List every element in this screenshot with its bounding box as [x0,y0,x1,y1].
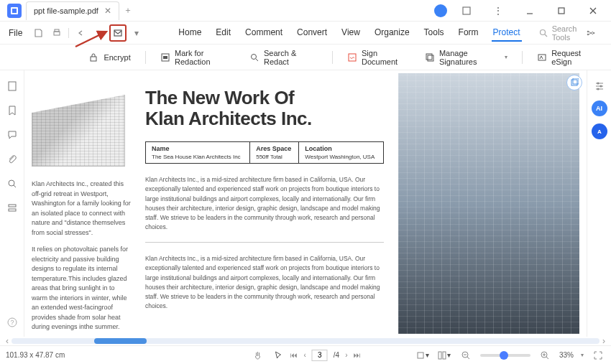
tab-tools[interactable]: Tools [423,24,446,42]
tab-home[interactable]: Home [177,24,203,42]
search-redact-button[interactable]: Search & Redact [249,49,318,66]
side-paragraph-1: Klan Architects Inc., created this off-g… [32,179,131,238]
svg-point-26 [9,180,14,186]
sign-document-button[interactable]: Sign Document [347,49,410,66]
tab-title: ppt file-sample.pdf [34,6,98,15]
encrypt-button[interactable]: Encrypt [88,52,130,63]
page-content: Klan Architects Inc., created this off-g… [32,73,579,334]
tab-convert[interactable]: Convert [295,24,329,42]
tab-edit[interactable]: Edit [214,24,232,42]
svg-line-20 [256,59,258,61]
architecture-image-left [32,95,125,167]
more-icon[interactable]: ⋮ [486,1,510,21]
page-number-input[interactable] [312,350,328,361]
thumbnails-icon[interactable] [5,79,19,93]
redo-icon[interactable] [91,24,108,42]
quick-access-dropdown-icon[interactable]: ▾ [128,24,145,42]
svg-point-39 [597,88,599,90]
share-icon[interactable] [582,24,599,42]
statusbar: 101.93 x 47.87 cm ⏮ ‹ /4 › ⏭ ▾ ▾ 33%▾ [0,345,611,364]
zoom-thumb[interactable] [500,351,508,360]
zoom-out-icon[interactable] [459,348,473,363]
right-sidebar: AI A [587,70,611,337]
svg-rect-8 [55,29,59,32]
signatures-icon [425,52,435,63]
collapse-ribbon-icon[interactable] [605,24,611,42]
svg-text:?: ? [10,319,14,326]
comments-icon[interactable] [5,128,19,142]
minimize-button[interactable] [518,1,542,21]
svg-rect-25 [9,82,16,90]
last-page-icon[interactable]: ⏭ [354,351,361,359]
svg-line-11 [545,34,547,37]
first-page-icon[interactable]: ⏮ [290,351,298,359]
email-icon[interactable] [109,24,127,42]
request-esign-button[interactable]: Request eSign [537,49,598,66]
scroll-thumb[interactable] [94,338,147,344]
search-tools[interactable]: Search Tools [539,24,577,42]
page-dimensions: 101.93 x 47.87 cm [6,351,65,359]
ai-assistant-icon[interactable]: AI [592,101,607,116]
tab-view[interactable]: View [340,24,362,42]
next-page-icon[interactable]: › [345,351,347,359]
manage-signatures-button[interactable]: Manage Signatures▾ [425,49,507,66]
save-icon[interactable] [29,24,47,42]
scroll-left-icon[interactable]: ‹ [6,336,9,346]
svg-point-38 [599,85,602,88]
attachments-icon[interactable] [5,152,19,167]
zoom-slider[interactable] [480,354,530,357]
page-quick-action[interactable] [566,75,582,90]
svg-rect-16 [91,57,96,61]
hand-tool-icon[interactable] [250,348,265,363]
undo-icon[interactable] [72,24,89,42]
scroll-track[interactable] [12,338,599,344]
fit-width-icon[interactable]: ▾ [415,348,430,363]
notes-icon[interactable] [454,1,479,21]
tab-close-icon[interactable]: ✕ [104,6,111,16]
tab-protect[interactable]: Protect [492,24,522,42]
zoom-in-icon[interactable] [538,348,552,363]
prev-page-icon[interactable]: ‹ [303,351,306,359]
mark-redaction-button[interactable]: Mark for Redaction [160,49,235,66]
tab-comment[interactable]: Comment [244,24,284,42]
fullscreen-icon[interactable] [591,348,605,363]
select-tool-icon[interactable] [270,348,285,363]
help-icon[interactable]: ? [5,315,19,330]
svg-point-37 [597,83,599,85]
protect-ribbon: Encrypt Mark for Redaction Search & Reda… [0,45,611,70]
side-paragraph-2: It relies on photovoltaic panels for ele… [32,245,131,332]
new-tab-button[interactable]: ＋ [119,2,137,19]
svg-rect-2 [463,7,470,14]
document-title: The New Work Of Klan Architects Inc. [145,88,384,129]
left-sidebar: ? [0,70,24,337]
maximize-button[interactable] [549,1,574,21]
scroll-right-icon[interactable]: › [602,336,605,346]
view-mode-icon[interactable]: ▾ [437,348,451,363]
document-tab[interactable]: ppt file-sample.pdf ✕ [26,1,119,20]
svg-rect-21 [349,54,356,61]
close-button[interactable] [581,1,605,21]
ai-translate-icon[interactable]: A [592,123,607,139]
tab-form[interactable]: Form [457,24,480,42]
titlebar: ppt file-sample.pdf ✕ ＋ ⋮ [0,0,611,22]
svg-line-27 [14,185,16,187]
document-viewport[interactable]: Klan Architects Inc., created this off-g… [24,70,587,337]
svg-rect-43 [443,352,446,359]
user-avatar[interactable] [434,4,447,17]
page-total: /4 [334,351,339,359]
file-menu[interactable]: File [4,28,27,38]
architecture-image-right [398,73,579,334]
properties-icon[interactable] [592,79,607,93]
svg-point-19 [251,54,256,59]
tab-organize[interactable]: Organize [373,24,411,42]
svg-rect-1 [12,9,17,13]
svg-rect-23 [428,55,433,61]
search-panel-icon[interactable] [5,177,19,191]
bookmarks-icon[interactable] [5,103,19,118]
svg-rect-32 [571,80,577,85]
print-icon[interactable] [48,24,65,42]
fields-icon[interactable] [5,201,19,215]
svg-rect-41 [418,353,423,358]
horizontal-scroll: ‹ › [0,337,611,345]
svg-point-12 [587,30,589,32]
